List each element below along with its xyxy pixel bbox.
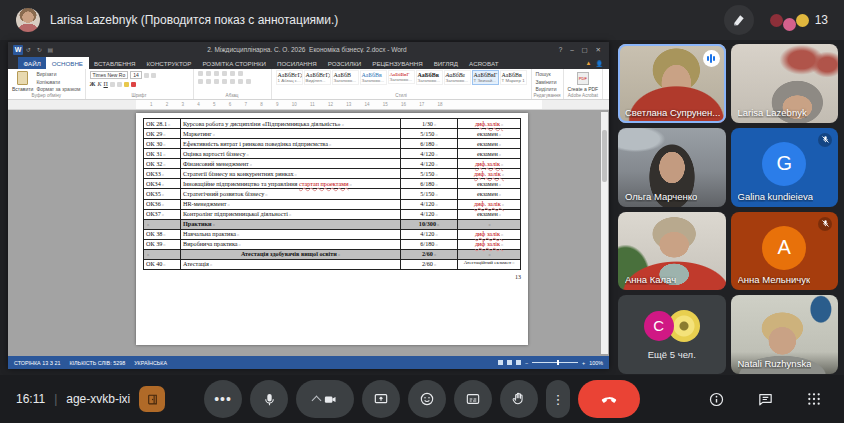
tab-file: ФАЙЛ [18,57,46,69]
table-row: ОК 28.1Курсова робота у дисципліни «Підп… [144,119,521,129]
present-screen-button[interactable] [362,380,400,418]
document-canvas: ОК 28.1Курсова робота у дисципліни «Підп… [8,110,609,356]
numbering-icon [206,71,211,76]
mini-avatar [796,14,809,27]
speaking-indicator-icon [703,50,720,67]
italic-button: К [98,81,102,87]
clipboard-icon [17,71,28,85]
table-row: ОК34Інноваційне підприємництво та управл… [144,179,521,189]
acrobat-group: PDF Create a PDF Adobe Acrobat [564,69,604,99]
table-row: ОК35Стратегічний розвиток бізнесу5/150ек… [144,189,521,199]
muted-mic-icon [818,217,832,231]
font-name-box: Times New Ro [90,71,129,79]
presenter-avatar [16,8,40,32]
tab-view: ВИГЛЯД [428,57,463,69]
zoom-out-icon: − [525,360,528,366]
share-person-icon: 👤 [596,60,604,67]
participant-tile[interactable]: Анна Калач [618,212,726,291]
ruler-numbers: 1 2 3 4 5 6 7 8 9 10 11 12 13 14 15 16 1… [136,100,542,109]
font-group: Times New Ro 14 Ж К П Шрифт [86,69,194,99]
strikethrough-icon [110,82,115,87]
pdf-icon: PDF [577,72,589,85]
info-button[interactable] [702,390,731,409]
microphone-button[interactable] [250,380,288,418]
participant-tile[interactable]: Ольга Марченко [618,128,726,207]
participants-count[interactable]: 13 [770,10,828,31]
align-right-icon [214,79,219,84]
screen-share-word-window: W ↺ ↻ ▤ 2. Міждисциплінарна. С. О. 2026_… [8,42,609,369]
chat-icon [757,391,774,408]
participant-tile[interactable]: G Galina kundieieva [731,128,839,207]
style-label: Заголово... [334,78,357,83]
tab-review: РЕЦЕНЗУВАННЯ [367,57,428,69]
window-controls: ? ‒ ▢ ✕ [559,46,604,54]
avatar: G [762,142,806,186]
page-number: 13 [143,274,521,280]
top-bar: Larisa Lazebnyk (Проводится показ с анно… [0,0,844,40]
cut-button: Вирізати [36,71,80,77]
emoji-reactions-button[interactable] [408,380,446,418]
word-logo: W [13,45,23,55]
status-word-count: КІЛЬКІСТЬ СЛІВ: 5298 [69,360,125,366]
scrollbar-thumb [602,130,607,182]
end-call-button[interactable] [578,380,640,418]
subject-highlighted-text: стартап проектами [299,180,349,187]
status-language: УКРАЇНСЬКА [134,360,167,366]
quick-access-toolbar: ↺ ↻ ▤ [26,46,55,53]
overflow-tile[interactable]: C Ещё 5 чел. [618,295,726,374]
camera-icon [323,392,338,407]
scrollbar [601,112,608,354]
create-pdf-button: Create a PDF [568,86,599,92]
underline-button: П [103,81,107,87]
info-icon [708,391,725,408]
presenter-label: Larisa Lazebnyk (Проводится показ с анно… [50,13,338,27]
more-horiz-icon: ••• [214,391,232,407]
muted-mic-icon [818,133,832,147]
ruler: 1 2 3 4 5 6 7 8 9 10 11 12 13 14 15 16 1… [8,100,609,110]
participant-tile[interactable]: Larisa Lazebnyk [731,44,839,123]
style-label: 1 Абзац с... [278,78,301,83]
ribbon-tab-bar: ФАЙЛ ОСНОВНЕ ВСТАВЛЕННЯ КОНСТРУКТОР РОЗМ… [8,57,609,69]
style-label: Заголово... [446,78,469,83]
participant-name: Galina kundieieva [738,191,814,202]
participant-tile[interactable]: Светлана Супрунен... [618,44,726,123]
tab-design: КОНСТРУКТОР [141,57,197,69]
web-layout-icon [516,360,521,365]
avatar: A [762,226,806,270]
highlight-color-icon [124,82,129,87]
paragraph-group: Абзац [194,69,272,99]
alert-icon: ▲ [586,60,592,66]
find-button: Пошук [536,71,557,77]
annotation-glyph [732,13,746,27]
clipboard-group: Вставити Вирізати Копіювати Формат за зр… [8,69,86,99]
grow-font-icon [144,73,149,78]
tab-home: ОСНОВНЕ [46,57,88,69]
select-button: Виділити [536,86,557,92]
table-row: ОК 40Атестація2/60Атестаційний екзамен [144,259,521,269]
align-left-icon [198,79,203,84]
raise-hand-icon [511,391,527,407]
print-layout-icon [507,360,512,365]
styles-group: АаБбВгГд1 Абзац с... АаБбВгГдВиділен... … [272,69,532,99]
raise-hand-button[interactable] [500,380,538,418]
indent-icon [222,71,227,76]
separator: | [54,392,57,406]
participant-tile[interactable]: Natali Ruzhynska [731,295,839,374]
apps-grid-button[interactable] [800,390,828,408]
editing-group: Пошук Замінити Виділити Редагування [532,69,564,99]
captions-button[interactable] [454,380,492,418]
tab-insert: ВСТАВЛЕННЯ [89,57,142,69]
document-title: 2. Міждисциплінарна. С. О. 2026_Економік… [58,46,556,53]
clock-time: 16:11 [16,392,45,406]
annotation-icon[interactable] [724,5,754,35]
more-options-button[interactable]: ••• [204,380,242,418]
acrobat-group-label: Adobe Acrobat [564,93,603,98]
camera-button[interactable] [296,380,354,418]
more-vertical-button[interactable]: ⋮ [546,380,570,418]
chevron-up-icon [311,396,321,406]
participant-tile[interactable]: A Анна Мельничук [731,212,839,291]
chat-button[interactable] [751,390,780,409]
participant-grid: Светлана Супрунен... Larisa Lazebnyk Оль… [618,44,838,374]
sort-icon [230,71,235,76]
door-icon[interactable] [139,386,165,412]
